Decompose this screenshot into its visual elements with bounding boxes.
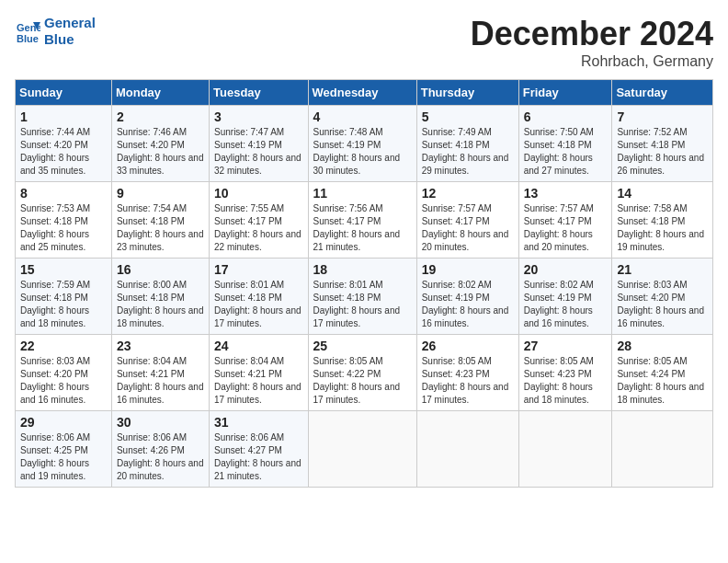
day-info: Sunrise: 8:05 AMSunset: 4:23 PMDaylight:… bbox=[524, 356, 594, 405]
day-cell bbox=[416, 411, 518, 488]
day-cell bbox=[612, 411, 713, 488]
day-info: Sunrise: 7:57 AMSunset: 4:17 PMDaylight:… bbox=[422, 203, 509, 252]
day-info: Sunrise: 8:00 AMSunset: 4:18 PMDaylight:… bbox=[117, 280, 204, 328]
day-cell: 13Sunrise: 7:57 AMSunset: 4:17 PMDayligh… bbox=[518, 182, 612, 259]
day-info: Sunrise: 8:01 AMSunset: 4:18 PMDaylight:… bbox=[313, 280, 401, 328]
day-cell: 16Sunrise: 8:00 AMSunset: 4:18 PMDayligh… bbox=[111, 259, 209, 335]
day-number: 7 bbox=[617, 109, 708, 124]
day-cell: 14Sunrise: 7:58 AMSunset: 4:18 PMDayligh… bbox=[612, 182, 713, 259]
day-number: 16 bbox=[117, 262, 204, 277]
day-number: 22 bbox=[20, 339, 107, 353]
day-cell bbox=[518, 411, 612, 488]
day-cell: 15Sunrise: 7:59 AMSunset: 4:18 PMDayligh… bbox=[16, 259, 112, 335]
day-number: 23 bbox=[117, 339, 204, 353]
day-number: 12 bbox=[422, 186, 514, 201]
header-row: SundayMondayTuesdayWednesdayThursdayFrid… bbox=[16, 80, 713, 106]
day-info: Sunrise: 7:47 AMSunset: 4:19 PMDaylight:… bbox=[214, 127, 301, 176]
day-info: Sunrise: 7:52 AMSunset: 4:18 PMDaylight:… bbox=[617, 127, 704, 176]
day-cell: 27Sunrise: 8:05 AMSunset: 4:23 PMDayligh… bbox=[518, 335, 612, 411]
day-info: Sunrise: 7:50 AMSunset: 4:18 PMDaylight:… bbox=[524, 127, 594, 176]
day-number: 26 bbox=[422, 339, 514, 353]
day-info: Sunrise: 7:44 AMSunset: 4:20 PMDaylight:… bbox=[20, 127, 90, 176]
day-number: 15 bbox=[20, 262, 107, 277]
calendar-subtitle: Rohrbach, Germany bbox=[471, 53, 713, 70]
day-cell: 1Sunrise: 7:44 AMSunset: 4:20 PMDaylight… bbox=[16, 106, 112, 182]
day-cell: 6Sunrise: 7:50 AMSunset: 4:18 PMDaylight… bbox=[518, 106, 612, 182]
day-info: Sunrise: 8:06 AMSunset: 4:27 PMDaylight:… bbox=[214, 432, 301, 481]
calendar-title: December 2024 bbox=[471, 15, 713, 53]
day-number: 1 bbox=[20, 109, 107, 124]
day-cell: 26Sunrise: 8:05 AMSunset: 4:23 PMDayligh… bbox=[416, 335, 518, 411]
day-number: 19 bbox=[422, 262, 514, 277]
header-wednesday: Wednesday bbox=[308, 80, 416, 106]
logo: General Blue General Blue bbox=[15, 15, 96, 48]
day-number: 9 bbox=[117, 186, 204, 201]
day-number: 4 bbox=[313, 109, 412, 124]
day-number: 20 bbox=[524, 262, 608, 277]
day-cell: 5Sunrise: 7:49 AMSunset: 4:18 PMDaylight… bbox=[416, 106, 518, 182]
logo-icon: General Blue bbox=[15, 18, 40, 44]
header-friday: Friday bbox=[518, 80, 612, 106]
day-info: Sunrise: 8:06 AMSunset: 4:25 PMDaylight:… bbox=[20, 432, 90, 481]
day-info: Sunrise: 7:54 AMSunset: 4:18 PMDaylight:… bbox=[117, 203, 204, 252]
day-cell: 4Sunrise: 7:48 AMSunset: 4:19 PMDaylight… bbox=[308, 106, 416, 182]
day-cell: 29Sunrise: 8:06 AMSunset: 4:25 PMDayligh… bbox=[16, 411, 112, 488]
day-number: 28 bbox=[617, 339, 708, 353]
week-row-4: 22Sunrise: 8:03 AMSunset: 4:20 PMDayligh… bbox=[16, 335, 713, 411]
title-area: December 2024 Rohrbach, Germany bbox=[471, 15, 713, 70]
day-number: 27 bbox=[524, 339, 608, 353]
calendar-table: SundayMondayTuesdayWednesdayThursdayFrid… bbox=[15, 79, 713, 488]
day-number: 18 bbox=[313, 262, 412, 277]
day-cell: 20Sunrise: 8:02 AMSunset: 4:19 PMDayligh… bbox=[518, 259, 612, 335]
day-cell: 23Sunrise: 8:04 AMSunset: 4:21 PMDayligh… bbox=[111, 335, 209, 411]
day-cell: 3Sunrise: 7:47 AMSunset: 4:19 PMDaylight… bbox=[210, 106, 308, 182]
day-info: Sunrise: 7:57 AMSunset: 4:17 PMDaylight:… bbox=[524, 203, 594, 252]
day-info: Sunrise: 7:49 AMSunset: 4:18 PMDaylight:… bbox=[422, 127, 509, 176]
day-number: 24 bbox=[214, 339, 302, 353]
day-info: Sunrise: 8:02 AMSunset: 4:19 PMDaylight:… bbox=[524, 280, 594, 328]
page-header: General Blue General Blue December 2024 … bbox=[15, 15, 713, 70]
week-row-2: 8Sunrise: 7:53 AMSunset: 4:18 PMDaylight… bbox=[16, 182, 713, 259]
logo-line2: Blue bbox=[44, 31, 74, 47]
header-sunday: Sunday bbox=[16, 80, 112, 106]
day-cell: 17Sunrise: 8:01 AMSunset: 4:18 PMDayligh… bbox=[210, 259, 308, 335]
day-info: Sunrise: 7:46 AMSunset: 4:20 PMDaylight:… bbox=[117, 127, 204, 176]
day-cell bbox=[308, 411, 416, 488]
day-number: 10 bbox=[214, 186, 302, 201]
day-info: Sunrise: 8:01 AMSunset: 4:18 PMDaylight:… bbox=[214, 280, 301, 328]
logo-line1: General bbox=[44, 15, 96, 30]
day-info: Sunrise: 8:02 AMSunset: 4:19 PMDaylight:… bbox=[422, 280, 509, 328]
week-row-3: 15Sunrise: 7:59 AMSunset: 4:18 PMDayligh… bbox=[16, 259, 713, 335]
header-monday: Monday bbox=[111, 80, 209, 106]
day-info: Sunrise: 7:53 AMSunset: 4:18 PMDaylight:… bbox=[20, 203, 90, 252]
day-number: 25 bbox=[313, 339, 412, 353]
day-info: Sunrise: 8:05 AMSunset: 4:23 PMDaylight:… bbox=[422, 356, 509, 405]
day-info: Sunrise: 7:55 AMSunset: 4:17 PMDaylight:… bbox=[214, 203, 301, 252]
day-cell: 9Sunrise: 7:54 AMSunset: 4:18 PMDaylight… bbox=[111, 182, 209, 259]
day-info: Sunrise: 7:59 AMSunset: 4:18 PMDaylight:… bbox=[20, 280, 90, 328]
week-row-5: 29Sunrise: 8:06 AMSunset: 4:25 PMDayligh… bbox=[16, 411, 713, 488]
day-cell: 28Sunrise: 8:05 AMSunset: 4:24 PMDayligh… bbox=[612, 335, 713, 411]
day-number: 14 bbox=[617, 186, 708, 201]
day-number: 30 bbox=[117, 415, 204, 430]
day-info: Sunrise: 8:06 AMSunset: 4:26 PMDaylight:… bbox=[117, 432, 204, 481]
day-number: 2 bbox=[117, 109, 204, 124]
day-cell: 11Sunrise: 7:56 AMSunset: 4:17 PMDayligh… bbox=[308, 182, 416, 259]
day-number: 8 bbox=[20, 186, 107, 201]
day-number: 11 bbox=[313, 186, 412, 201]
day-cell: 12Sunrise: 7:57 AMSunset: 4:17 PMDayligh… bbox=[416, 182, 518, 259]
day-cell: 10Sunrise: 7:55 AMSunset: 4:17 PMDayligh… bbox=[210, 182, 308, 259]
day-cell: 30Sunrise: 8:06 AMSunset: 4:26 PMDayligh… bbox=[111, 411, 209, 488]
day-info: Sunrise: 7:48 AMSunset: 4:19 PMDaylight:… bbox=[313, 127, 401, 176]
header-tuesday: Tuesday bbox=[210, 80, 308, 106]
header-saturday: Saturday bbox=[612, 80, 713, 106]
day-cell: 18Sunrise: 8:01 AMSunset: 4:18 PMDayligh… bbox=[308, 259, 416, 335]
day-cell: 2Sunrise: 7:46 AMSunset: 4:20 PMDaylight… bbox=[111, 106, 209, 182]
day-cell: 22Sunrise: 8:03 AMSunset: 4:20 PMDayligh… bbox=[16, 335, 112, 411]
day-cell: 25Sunrise: 8:05 AMSunset: 4:22 PMDayligh… bbox=[308, 335, 416, 411]
week-row-1: 1Sunrise: 7:44 AMSunset: 4:20 PMDaylight… bbox=[16, 106, 713, 182]
day-info: Sunrise: 7:58 AMSunset: 4:18 PMDaylight:… bbox=[617, 203, 704, 252]
day-cell: 24Sunrise: 8:04 AMSunset: 4:21 PMDayligh… bbox=[210, 335, 308, 411]
day-number: 17 bbox=[214, 262, 302, 277]
day-number: 21 bbox=[617, 262, 708, 277]
